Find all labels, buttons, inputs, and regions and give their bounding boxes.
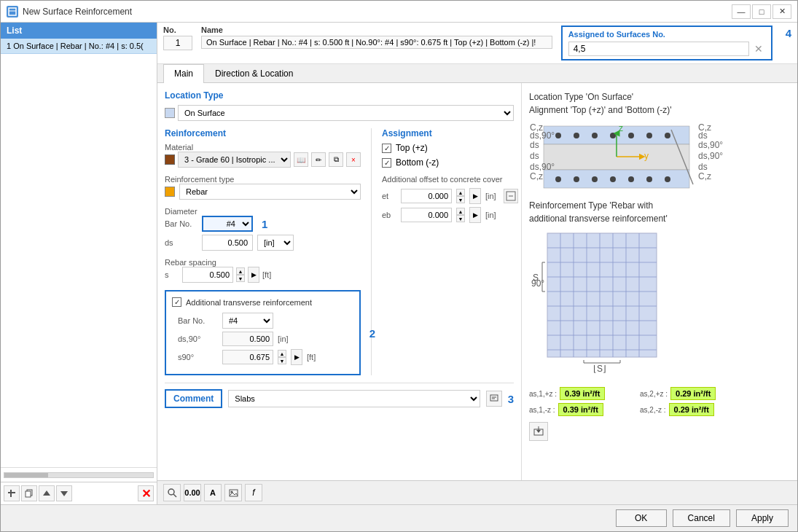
t-s90-unit: [ft] xyxy=(307,353,316,361)
ds-row: ds [in] xyxy=(165,235,361,251)
diagram-1-title: Location Type 'On Surface' Alignment 'To… xyxy=(529,90,790,117)
footer: OK Cancel Apply xyxy=(1,504,797,531)
spacing-group: Rebar spacing s ▲ ▼ ▶ [ft] xyxy=(165,258,361,283)
t-s90-up[interactable]: ▲ xyxy=(278,350,286,357)
material-row: 3 - Grade 60 | Isotropic ... 📖 ✏ ⧉ × xyxy=(165,152,361,168)
location-select-row: On Surface xyxy=(165,105,514,121)
svg-point-29 xyxy=(665,176,670,182)
material-select[interactable]: 3 - Grade 60 | Isotropic ... xyxy=(178,152,291,168)
t-s90-input[interactable] xyxy=(222,350,273,364)
text-toolbar-button[interactable]: A xyxy=(204,484,222,501)
transverse-container: Additional transverse reinforcement Bar … xyxy=(165,290,361,375)
top-checkbox[interactable] xyxy=(382,144,391,153)
assigned-input[interactable] xyxy=(568,42,749,56)
ok-button[interactable]: OK xyxy=(616,509,667,527)
offset-title: Additional offset to concrete cover xyxy=(382,175,518,184)
diagram-2-section: Reinforcement Type 'Rebar with additiona… xyxy=(529,199,790,383)
search-toolbar-button[interactable] xyxy=(163,484,181,501)
add-button[interactable] xyxy=(4,485,20,501)
transverse-header: Additional transverse reinforcement xyxy=(172,297,353,307)
delete-button[interactable]: ✕ xyxy=(138,485,154,501)
eb-input[interactable] xyxy=(401,208,452,222)
eb-spinner: ▲ ▼ xyxy=(456,208,465,222)
number-toolbar-button[interactable]: 0.00 xyxy=(184,484,201,501)
t-ds-input[interactable] xyxy=(222,332,273,346)
scroll-bar-area[interactable] xyxy=(1,467,157,482)
formula-toolbar-button[interactable]: f xyxy=(245,484,262,501)
horizontal-scrollbar[interactable] xyxy=(4,472,154,478)
minimize-button[interactable]: — xyxy=(732,4,751,19)
eb-arrow[interactable]: ▶ xyxy=(469,207,481,223)
svg-point-21 xyxy=(646,133,652,138)
list-item[interactable]: 1 On Surface | Rebar | No.: #4 | s: 0.5( xyxy=(1,39,157,54)
comment-button[interactable] xyxy=(486,391,502,407)
result-label-2: as,2,+z : xyxy=(640,390,668,398)
bottom-toolbar: 0.00 A f xyxy=(157,480,797,504)
svg-text:ds: ds xyxy=(698,130,708,141)
tabs: Main Direction & Location xyxy=(157,64,797,83)
type-label: Reinforcement type xyxy=(165,175,361,184)
bar-no-label: Bar No. xyxy=(165,219,197,228)
eb-down[interactable]: ▼ xyxy=(456,215,465,222)
et-down[interactable]: ▼ xyxy=(456,196,465,203)
type-select[interactable]: Rebar xyxy=(179,184,361,200)
maximize-button[interactable]: □ xyxy=(752,4,771,19)
s-arrow-button[interactable]: ▶ xyxy=(248,267,259,283)
scrollbar-thumb[interactable] xyxy=(4,473,48,477)
comment-label: Comment xyxy=(173,394,214,404)
diameter-label: Diameter xyxy=(165,207,361,216)
spacing-label: Rebar spacing xyxy=(165,258,361,267)
s-input[interactable] xyxy=(182,267,233,283)
t-bar-select[interactable]: #4 xyxy=(222,313,273,329)
result-export-button[interactable] xyxy=(529,422,548,441)
app-icon xyxy=(7,6,18,17)
tab-direction-location[interactable]: Direction & Location xyxy=(204,64,304,82)
location-type-select[interactable]: On Surface xyxy=(178,105,514,121)
et-icon-btn[interactable] xyxy=(504,189,518,203)
material-book-button[interactable]: 📖 xyxy=(294,152,308,167)
comment-select[interactable]: Slabs xyxy=(228,390,480,407)
result-value-3: 0.39 in²/ft xyxy=(558,403,603,416)
ds-input[interactable] xyxy=(202,235,253,251)
et-arrow[interactable]: ▶ xyxy=(469,188,481,204)
svg-marker-7 xyxy=(60,491,68,496)
s-down-button[interactable]: ▼ xyxy=(236,275,245,282)
svg-marker-6 xyxy=(43,490,50,496)
cancel-button[interactable]: Cancel xyxy=(673,509,730,527)
eb-up[interactable]: ▲ xyxy=(456,208,465,215)
t-ds-label: ds,90° xyxy=(178,335,218,343)
ds-unit-select[interactable]: [in] xyxy=(257,235,294,251)
t-s90-down[interactable]: ▼ xyxy=(278,357,286,364)
top-assign-row: Top (+z) xyxy=(382,143,518,153)
material-edit-button[interactable]: ✏ xyxy=(311,152,326,167)
move-down-button[interactable] xyxy=(56,485,72,501)
svg-point-20 xyxy=(628,133,634,138)
marker-2: 2 xyxy=(369,326,375,339)
bar-no-select[interactable]: #4 xyxy=(202,216,253,232)
copy-button[interactable] xyxy=(21,485,37,501)
material-copy-button[interactable]: ⧉ xyxy=(329,152,343,167)
apply-button[interactable]: Apply xyxy=(736,509,789,527)
tab-main[interactable]: Main xyxy=(163,64,204,83)
s-up-button[interactable]: ▲ xyxy=(236,267,245,275)
material-group: Material 3 - Grade 60 | Isotropic ... 📖 … xyxy=(165,143,361,168)
et-up[interactable]: ▲ xyxy=(456,189,465,196)
svg-point-75 xyxy=(168,489,174,495)
list-scroll[interactable]: 1 On Surface | Rebar | No.: #4 | s: 0.5( xyxy=(1,39,157,467)
close-button[interactable]: ✕ xyxy=(772,4,791,19)
bottom-checkbox[interactable] xyxy=(382,158,391,168)
material-delete-button[interactable]: × xyxy=(346,152,361,167)
list-toolbar: ✕ xyxy=(1,482,157,504)
type-row: Rebar xyxy=(165,184,361,200)
transverse-title: Additional transverse reinforcement xyxy=(186,298,312,307)
t-s90-arrow[interactable]: ▶ xyxy=(291,349,302,365)
assigned-clear-button[interactable]: ✕ xyxy=(752,42,765,55)
et-label: et xyxy=(382,192,396,200)
et-input[interactable] xyxy=(401,189,452,203)
no-value: 1 xyxy=(163,36,192,50)
tab-left: Location Type On Surface Reinforcement xyxy=(157,83,522,480)
result-4: as,2,-z : 0.29 in²/ft xyxy=(640,403,748,416)
transverse-checkbox[interactable] xyxy=(172,297,181,307)
image-toolbar-button[interactable] xyxy=(224,484,242,501)
move-up-button[interactable] xyxy=(39,485,55,501)
